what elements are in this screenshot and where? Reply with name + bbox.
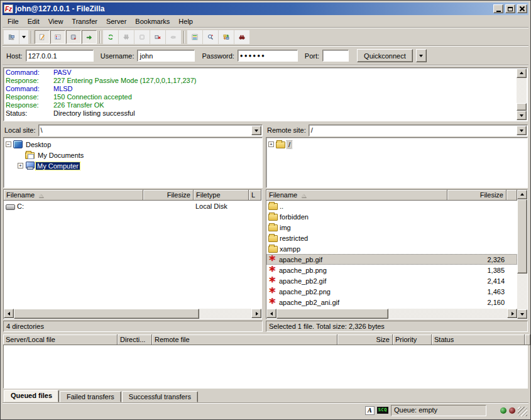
scroll-left-button[interactable] [4,309,14,318]
menu-item[interactable]: Help [174,16,197,26]
queue-tab[interactable]: Successful transfers [122,391,198,402]
queue-tab[interactable]: Queued files [4,390,59,402]
column-header[interactable]: L [249,190,261,201]
column-header[interactable] [506,190,517,201]
scrollbar-track[interactable] [276,309,507,319]
host-input[interactable] [26,50,94,62]
menu-item[interactable]: Transfer [67,16,102,26]
expander-minus-icon[interactable]: − [6,141,11,147]
file-row[interactable]: apache_pb2.png 1,463 [266,286,517,297]
scrollbar-thumb[interactable] [14,309,199,319]
expander-plus-icon[interactable]: + [18,163,23,169]
remote-site-dropdown-button[interactable] [517,126,527,135]
scrollbar-thumb[interactable] [276,309,388,319]
column-header[interactable]: Status [432,334,525,345]
expander-plus-icon[interactable]: + [268,141,274,147]
column-header[interactable]: Directi... [118,334,152,345]
directory-listing-filters-button[interactable] [187,30,202,44]
cancel-button[interactable] [134,30,150,44]
column-header[interactable]: Filename [266,190,447,201]
file-row[interactable]: C: Local Disk [4,201,261,211]
menu-item[interactable]: Edit [23,16,44,26]
log-scrollbar[interactable] [517,69,527,120]
scrollbar-thumb[interactable] [517,103,527,111]
menu-item[interactable]: File [3,16,23,26]
queue-body[interactable] [3,345,528,389]
local-directory-tree[interactable]: − Desktop My Documents + My Computer [3,137,263,188]
file-row[interactable]: apache_pb.gif 2,326 [266,254,517,265]
file-row[interactable]: .. [266,201,517,211]
file-row[interactable]: xampp [266,243,517,254]
toggle-transfer-queue-button[interactable] [82,30,97,44]
queue-tab[interactable]: Failed transfers [60,391,121,402]
remote-h-scrollbar[interactable] [266,309,517,319]
scroll-right-button[interactable] [251,309,261,318]
disconnect-button[interactable] [150,30,165,44]
column-header[interactable]: Filetype [194,190,249,201]
scroll-down-button[interactable] [517,111,527,120]
scrollbar-track[interactable] [14,309,251,319]
resize-grip[interactable] [518,407,527,416]
local-list-header: FilenameFilesizeFiletypeL [4,190,261,201]
scroll-left-button[interactable] [266,309,276,318]
scrollbar-thumb[interactable] [517,199,527,274]
close-button[interactable] [517,4,527,13]
synchronized-browsing-button[interactable] [219,30,234,44]
menu-item[interactable]: View [44,16,68,26]
file-row[interactable]: apache_pb.png 1,385 [266,265,517,275]
remote-directory-tree[interactable]: + / [266,137,528,188]
tree-item[interactable]: + / [267,139,527,150]
scroll-right-button[interactable] [507,309,517,318]
scroll-up-button[interactable] [517,190,527,199]
local-list-body[interactable]: C: Local Disk [4,201,261,309]
local-h-scrollbar[interactable] [4,309,261,319]
remote-site-combo[interactable]: / [309,124,528,136]
quickconnect-bar: Host: Username: Password: Port: Quickcon… [3,47,528,65]
scroll-down-button[interactable] [517,309,527,319]
file-row[interactable]: img [266,222,517,233]
local-site-dropdown-button[interactable] [251,126,261,135]
file-row[interactable]: forbidden [266,211,517,222]
toggle-message-log-button[interactable] [35,30,50,44]
column-header[interactable]: Remote file [152,334,337,345]
minimize-button[interactable] [493,4,503,13]
site-manager-dropdown-button[interactable] [19,30,28,44]
remote-v-scrollbar[interactable] [517,190,527,319]
password-input[interactable] [238,50,298,62]
column-header[interactable]: Filename [4,190,143,201]
site-manager-button[interactable] [4,30,19,44]
process-queue-button[interactable] [119,30,134,44]
scrollbar-track[interactable] [517,78,527,111]
app-icon[interactable]: Fz [4,4,13,13]
column-header[interactable]: Filesize [447,190,506,201]
menu-item[interactable]: Server [102,16,131,26]
column-header[interactable]: Size [337,334,393,345]
directory-comparison-button[interactable] [203,30,218,44]
port-input[interactable] [322,50,349,62]
local-site-combo[interactable]: \ [38,124,263,136]
column-header[interactable] [525,334,530,345]
scrollbar-track[interactable] [517,199,527,309]
toggle-local-tree-button[interactable] [50,30,65,44]
column-header[interactable]: Priority [393,334,432,345]
refresh-button[interactable] [103,30,118,44]
file-row[interactable]: restricted [266,233,517,243]
column-header[interactable]: Server/Local file [3,334,118,345]
find-files-button[interactable] [234,30,249,44]
column-header[interactable]: Filesize [143,190,194,201]
reconnect-button[interactable] [166,30,181,44]
tree-item[interactable]: − Desktop [4,139,261,150]
file-row[interactable]: apache_pb2.gif 2,414 [266,275,517,286]
toggle-remote-tree-button[interactable] [66,30,81,44]
remote-list-body[interactable]: .. forbidden img restricted [266,201,517,309]
quickconnect-dropdown-button[interactable] [416,49,427,62]
message-log[interactable]: Command: PASV Response: 227 Entering Pas… [3,67,528,121]
tree-item[interactable]: My Documents [4,150,261,160]
maximize-button[interactable] [505,4,515,13]
scroll-up-button[interactable] [517,69,527,78]
tree-item[interactable]: + My Computer [4,160,261,171]
menu-item[interactable]: Bookmarks [131,16,174,26]
file-row[interactable]: apache_pb2_ani.gif 2,160 [266,297,517,307]
username-input[interactable] [137,50,195,62]
quickconnect-button[interactable]: Quickconnect [357,49,413,62]
